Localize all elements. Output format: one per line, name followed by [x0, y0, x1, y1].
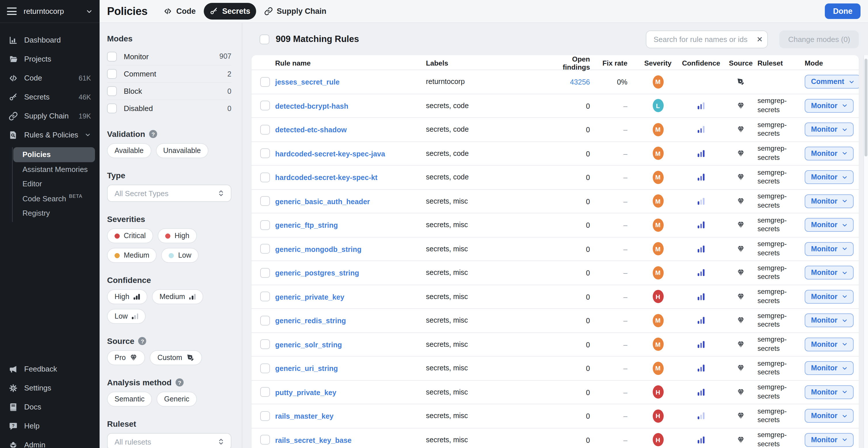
mode-filter-block[interactable]: Block0: [107, 82, 231, 100]
column-header-ruleset[interactable]: Ruleset: [757, 59, 805, 67]
row-checkbox[interactable]: [260, 340, 270, 349]
mode-dropdown-button[interactable]: Monitor: [805, 338, 854, 351]
mode-dropdown-button[interactable]: Monitor: [805, 99, 854, 113]
tab-secrets[interactable]: Secrets: [204, 3, 256, 20]
column-header-rule-name[interactable]: Rule name: [275, 59, 426, 67]
rule-name-link[interactable]: detected-bcrypt-hash: [275, 102, 348, 110]
vertical-scrollbar[interactable]: [863, 55, 868, 448]
severities-pill-high[interactable]: High: [158, 228, 196, 243]
row-checkbox[interactable]: [260, 173, 270, 182]
rule-name-link[interactable]: generic_solr_string: [275, 341, 342, 349]
sidebar-item-help[interactable]: ?Help: [0, 416, 100, 435]
rule-name-link[interactable]: generic_redis_string: [275, 317, 346, 325]
tab-supply-chain[interactable]: Supply Chain: [258, 3, 332, 20]
row-checkbox[interactable]: [260, 268, 270, 278]
sidebar-item-settings[interactable]: Settings: [0, 378, 100, 398]
mode-checkbox[interactable]: [107, 86, 117, 96]
severities-pill-low[interactable]: Low: [161, 248, 199, 263]
sidebar-subitem-policies[interactable]: Policies: [13, 147, 95, 162]
mode-checkbox[interactable]: [107, 51, 117, 61]
ruleset-select[interactable]: All rulesets: [107, 433, 231, 448]
sidebar-subitem-assistant-memories[interactable]: Assistant Memories: [13, 162, 95, 177]
select-all-checkbox[interactable]: [259, 34, 269, 44]
severities-pill-critical[interactable]: Critical: [107, 228, 153, 243]
row-checkbox[interactable]: [260, 292, 270, 302]
mode-checkbox[interactable]: [107, 104, 117, 113]
analysis-pill-semantic[interactable]: Semantic: [107, 392, 152, 407]
validation-pill-unavailable[interactable]: Unavailable: [156, 143, 208, 158]
mode-dropdown-button[interactable]: Monitor: [805, 409, 854, 423]
row-checkbox[interactable]: [260, 316, 270, 325]
mode-dropdown-button[interactable]: Monitor: [805, 290, 854, 304]
rule-name-link[interactable]: generic_mongodb_string: [275, 246, 362, 253]
rule-name-link[interactable]: putty_private_key: [275, 389, 336, 397]
row-checkbox[interactable]: [260, 220, 270, 230]
sidebar-item-dashboard[interactable]: Dashboard: [0, 31, 100, 49]
row-checkbox[interactable]: [260, 364, 270, 373]
mode-dropdown-button[interactable]: Monitor: [805, 314, 854, 328]
sidebar-item-supply-chain[interactable]: Supply Chain19K: [0, 106, 100, 125]
source-pill-custom[interactable]: Custom: [150, 350, 202, 365]
hamburger-menu-icon[interactable]: [7, 7, 17, 15]
row-checkbox[interactable]: [260, 435, 270, 445]
column-header-labels[interactable]: Labels: [426, 59, 549, 67]
mode-dropdown-button[interactable]: Monitor: [805, 147, 854, 161]
mode-dropdown-button[interactable]: Monitor: [805, 171, 854, 184]
type-select[interactable]: All Secret Types: [107, 184, 231, 202]
row-checkbox[interactable]: [260, 411, 270, 421]
mode-checkbox[interactable]: [107, 69, 117, 79]
column-header-confidence[interactable]: Confidence: [678, 59, 724, 67]
confidence-pill-medium[interactable]: Medium: [152, 289, 203, 304]
sidebar-subitem-registry[interactable]: Registry: [13, 206, 95, 220]
scrollbar-thumb[interactable]: [865, 59, 867, 157]
sidebar-subitem-editor[interactable]: Editor: [13, 177, 95, 191]
open-findings-link[interactable]: 43256: [570, 78, 590, 87]
mode-dropdown-button[interactable]: Monitor: [805, 361, 854, 375]
rule-name-link[interactable]: generic_postgres_string: [275, 269, 359, 277]
rule-name-link[interactable]: detected-etc-shadow: [275, 126, 347, 134]
rule-name-link[interactable]: generic_basic_auth_header: [275, 198, 370, 206]
row-checkbox[interactable]: [260, 387, 270, 397]
mode-filter-monitor[interactable]: Monitor907: [107, 48, 231, 65]
sidebar-item-projects[interactable]: Projects: [0, 49, 100, 68]
rule-name-link[interactable]: jesses_secret_rule: [275, 78, 340, 87]
mode-dropdown-button[interactable]: Monitor: [805, 266, 854, 280]
confidence-pill-high[interactable]: High: [107, 289, 147, 304]
row-checkbox[interactable]: [260, 149, 270, 159]
mode-dropdown-button[interactable]: Monitor: [805, 433, 854, 447]
column-header-open-findings[interactable]: Open findings: [549, 55, 600, 71]
sidebar-item-code[interactable]: Code61K: [0, 68, 100, 88]
row-checkbox[interactable]: [260, 244, 270, 254]
rule-name-link[interactable]: generic_private_key: [275, 293, 344, 301]
search-clear-icon[interactable]: ✕: [756, 34, 763, 44]
analysis-pill-generic[interactable]: Generic: [157, 392, 197, 407]
column-header-fix-rate[interactable]: Fix rate: [600, 59, 638, 67]
sidebar-item-secrets[interactable]: Secrets46K: [0, 88, 100, 106]
column-header-severity[interactable]: Severity: [638, 59, 678, 67]
rule-search-input[interactable]: [646, 30, 768, 48]
source-pill-pro[interactable]: Pro: [107, 350, 145, 365]
rule-name-link[interactable]: generic_uri_string: [275, 365, 338, 373]
sidebar-item-docs[interactable]: Docs: [0, 398, 100, 416]
mode-dropdown-button[interactable]: Monitor: [805, 123, 854, 137]
rule-name-link[interactable]: generic_ftp_string: [275, 222, 338, 230]
help-icon[interactable]: ?: [149, 130, 157, 138]
mode-dropdown-button[interactable]: Comment: [805, 75, 859, 89]
row-checkbox[interactable]: [260, 101, 270, 111]
mode-dropdown-button[interactable]: Monitor: [805, 385, 854, 399]
sidebar-item-rules-policies[interactable]: Rules & Policies: [0, 125, 100, 144]
validation-pill-available[interactable]: Available: [107, 143, 151, 158]
rule-name-link[interactable]: rails_master_key: [275, 413, 334, 421]
row-checkbox[interactable]: [260, 125, 270, 135]
org-switcher[interactable]: returntocorp: [0, 0, 100, 23]
rule-name-link[interactable]: rails_secret_key_base: [275, 437, 352, 445]
column-header-mode[interactable]: Mode: [805, 59, 859, 67]
done-button[interactable]: Done: [825, 3, 861, 19]
column-header-source[interactable]: Source: [724, 59, 757, 67]
change-modes-button[interactable]: Change modes (0): [780, 30, 859, 48]
sidebar-subitem-code-search[interactable]: Code SearchBETA: [13, 191, 95, 206]
sidebar-item-admin[interactable]: Admin: [0, 435, 100, 448]
sidebar-item-feedback[interactable]: Feedback: [0, 359, 100, 378]
help-icon[interactable]: ?: [138, 337, 147, 345]
help-icon[interactable]: ?: [176, 378, 184, 386]
